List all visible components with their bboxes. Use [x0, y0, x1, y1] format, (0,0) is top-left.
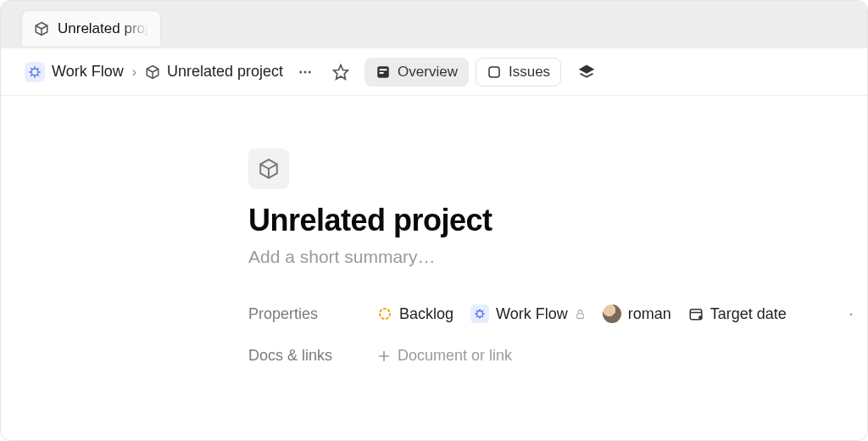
breadcrumb: Work Flow › Unrelated project — [25, 62, 283, 82]
breadcrumb-project[interactable]: Unrelated project — [167, 63, 283, 81]
toolbar: Work Flow › Unrelated project Overview I… — [1, 48, 867, 96]
more-icon[interactable] — [293, 60, 317, 84]
star-icon[interactable] — [329, 60, 353, 84]
avatar — [603, 304, 621, 323]
tab-overview[interactable]: Overview — [364, 58, 469, 87]
gear-icon — [470, 304, 489, 323]
team-text: Work Flow — [496, 305, 568, 323]
cube-icon — [34, 21, 49, 36]
calendar-icon — [688, 306, 704, 321]
browser-tab[interactable]: Unrelated proj — [21, 10, 161, 46]
docs-label: Docs & links — [248, 347, 360, 365]
svg-rect-8 — [489, 67, 499, 77]
issues-icon — [487, 64, 502, 80]
svg-point-11 — [477, 311, 483, 317]
tabstrip: Unrelated proj — [1, 1, 867, 48]
plus-icon — [377, 349, 391, 363]
lead-chip[interactable]: roman — [603, 304, 671, 323]
project-title[interactable]: Unrelated project — [248, 203, 867, 238]
target-date-chip[interactable]: Target date — [688, 305, 787, 323]
summary-input[interactable]: Add a short summary… — [248, 247, 867, 267]
issues-label: Issues — [509, 64, 550, 81]
target-date-text: Target date — [710, 305, 787, 323]
team-chip[interactable]: Work Flow — [470, 304, 586, 323]
svg-point-2 — [304, 70, 307, 73]
svg-rect-6 — [380, 69, 387, 70]
layers-icon[interactable] — [575, 60, 598, 84]
svg-rect-12 — [576, 313, 583, 317]
svg-marker-9 — [581, 65, 593, 72]
svg-point-1 — [299, 70, 302, 73]
status-text: Backlog — [399, 305, 453, 323]
lock-icon — [575, 309, 586, 320]
add-document-button[interactable]: Document or link — [377, 347, 512, 365]
docs-row: Docs & links Document or link — [248, 347, 867, 365]
properties-row: Properties Backlog Work Flow roman — [248, 304, 867, 323]
backlog-icon — [377, 306, 392, 321]
add-document-text: Document or link — [398, 347, 512, 365]
overview-label: Overview — [398, 64, 458, 81]
properties-label: Properties — [248, 305, 360, 323]
chevron-right-icon: › — [131, 64, 138, 80]
cube-icon — [145, 64, 160, 80]
lead-text: roman — [628, 305, 671, 323]
svg-point-3 — [309, 70, 311, 73]
tab-issues[interactable]: Issues — [476, 58, 561, 87]
svg-marker-4 — [334, 64, 348, 79]
project-icon-large[interactable] — [248, 148, 289, 189]
svg-point-10 — [380, 309, 390, 319]
svg-point-0 — [31, 69, 38, 75]
breadcrumb-workspace[interactable]: Work Flow — [52, 63, 124, 81]
status-chip[interactable]: Backlog — [377, 305, 453, 323]
svg-rect-7 — [380, 72, 384, 74]
gear-icon — [25, 62, 45, 82]
tab-label: Unrelated proj — [58, 20, 148, 37]
main-content: Unrelated project Add a short summary… P… — [1, 96, 867, 440]
overview-icon — [376, 64, 391, 80]
